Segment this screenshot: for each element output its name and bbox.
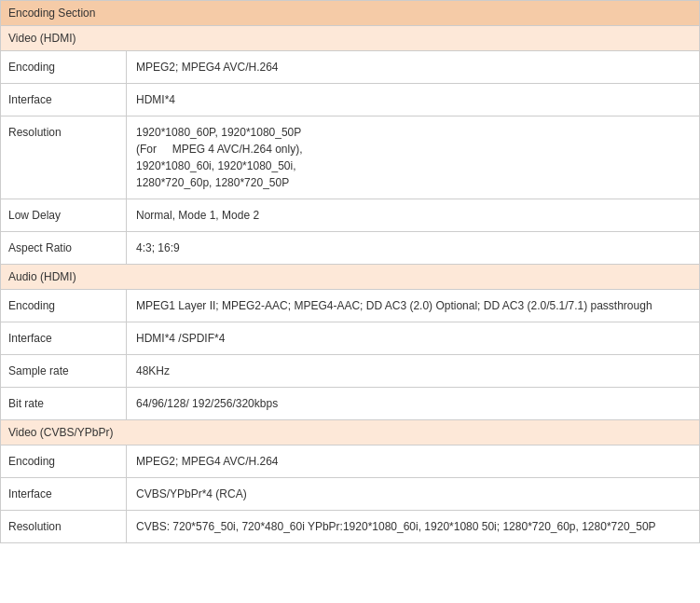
table-row: Interface HDMI*4 /SPDIF*4 — [1, 322, 699, 355]
section-header: Encoding Section — [1, 1, 699, 26]
label-low-delay: Low Delay — [1, 199, 127, 231]
value-sample-rate: 48KHz — [127, 355, 699, 387]
label-sample-rate: Sample rate — [1, 355, 127, 387]
label-interface-hdmi: Interface — [1, 84, 127, 116]
label-encoding-cvbs: Encoding — [1, 445, 127, 477]
value-encoding-audio: MPEG1 Layer II; MPEG2-AAC; MPEG4-AAC; DD… — [127, 290, 699, 322]
table-row: Encoding MPEG1 Layer II; MPEG2-AAC; MPEG… — [1, 290, 699, 322]
table-row: Interface HDMI*4 — [1, 84, 699, 116]
table-row: Aspect Ratio 4:3; 16:9 — [1, 232, 699, 265]
table-row: Encoding MPEG2; MPEG4 AVC/H.264 — [1, 445, 699, 478]
value-aspect-ratio: 4:3; 16:9 — [127, 232, 699, 264]
table-row: Resolution 1920*1080_60P, 1920*1080_50P … — [1, 116, 699, 199]
table-row: Low Delay Normal, Mode 1, Mode 2 — [1, 199, 699, 232]
video-hdmi-header: Video (HDMI) — [1, 26, 699, 51]
table-row: Bit rate 64/96/128/ 192/256/320kbps — [1, 388, 699, 420]
value-interface-hdmi: HDMI*4 — [127, 84, 699, 116]
label-interface-cvbs: Interface — [1, 478, 127, 510]
label-resolution-hdmi: Resolution — [1, 116, 127, 199]
value-interface-audio: HDMI*4 /SPDIF*4 — [127, 322, 699, 354]
value-low-delay: Normal, Mode 1, Mode 2 — [127, 199, 699, 231]
value-encoding-hdmi: MPEG2; MPEG4 AVC/H.264 — [127, 51, 699, 83]
label-interface-audio: Interface — [1, 322, 127, 354]
label-resolution-cvbs: Resolution — [1, 511, 127, 542]
table-row: Resolution CVBS: 720*576_50i, 720*480_60… — [1, 511, 699, 542]
audio-hdmi-header: Audio (HDMI) — [1, 265, 699, 290]
video-cvbs-header: Video (CVBS/YPbPr) — [1, 420, 699, 445]
value-resolution-cvbs: CVBS: 720*576_50i, 720*480_60i YPbPr:192… — [127, 511, 699, 542]
value-interface-cvbs: CVBS/YPbPr*4 (RCA) — [127, 478, 699, 510]
table-row: Interface CVBS/YPbPr*4 (RCA) — [1, 478, 699, 511]
label-aspect-ratio: Aspect Ratio — [1, 232, 127, 264]
label-bit-rate: Bit rate — [1, 388, 127, 419]
value-encoding-cvbs: MPEG2; MPEG4 AVC/H.264 — [127, 445, 699, 477]
label-encoding-hdmi: Encoding — [1, 51, 127, 83]
label-encoding-audio: Encoding — [1, 290, 127, 322]
table-row: Sample rate 48KHz — [1, 355, 699, 388]
value-bit-rate: 64/96/128/ 192/256/320kbps — [127, 388, 699, 419]
value-resolution-hdmi: 1920*1080_60P, 1920*1080_50P (For MPEG 4… — [127, 116, 699, 199]
table-row: Encoding MPEG2; MPEG4 AVC/H.264 — [1, 51, 699, 84]
encoding-table: Encoding Section Video (HDMI) Encoding M… — [0, 0, 700, 543]
